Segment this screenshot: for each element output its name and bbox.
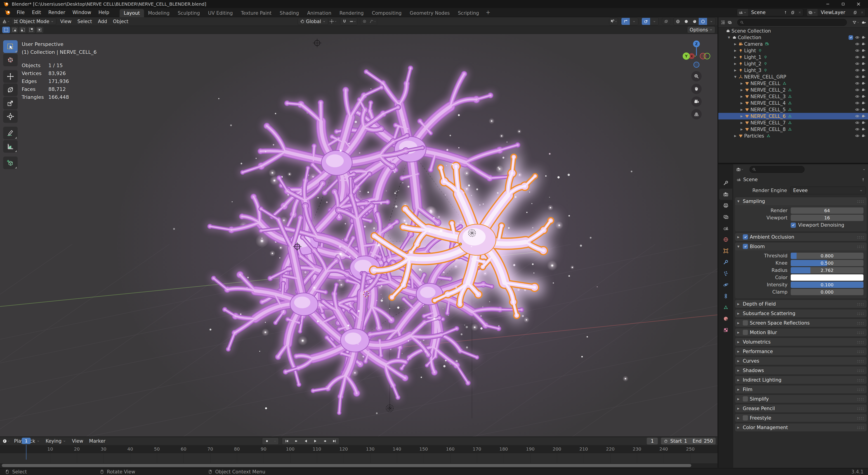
render-engine-dropdown[interactable]: Eevee — [790, 187, 866, 194]
timeline-scrollbar[interactable] — [0, 463, 717, 468]
select-mode-intersect[interactable] — [36, 27, 43, 33]
panel-drag-handle[interactable]: :::: — [857, 396, 864, 401]
expander-icon[interactable]: ▶ — [739, 95, 745, 98]
hide-in-viewport-toggle[interactable] — [854, 107, 860, 112]
panel-header[interactable]: ▶Screen Space Reflections:::: — [735, 319, 867, 327]
properties-tab-output[interactable] — [719, 200, 733, 211]
playhead[interactable]: 1 — [22, 438, 31, 444]
scene-name[interactable]: Scene — [748, 10, 782, 15]
expander-icon[interactable]: ▶ — [733, 49, 738, 52]
panel-checkbox[interactable] — [743, 330, 748, 335]
disable-in-renders-toggle[interactable] — [860, 75, 867, 79]
hide-in-viewport-toggle[interactable] — [854, 61, 860, 66]
panel-drag-handle[interactable]: :::: — [857, 378, 864, 382]
workspace-tab-shading[interactable]: Shading — [276, 9, 303, 17]
panel-drag-handle[interactable]: :::: — [857, 425, 864, 430]
timeline-ruler[interactable]: 1020304050607080901001101201301401501601… — [0, 445, 717, 453]
camera-view-button[interactable] — [691, 96, 702, 107]
shading-material-button[interactable] — [690, 18, 699, 25]
panel-drag-handle[interactable]: :::: — [857, 244, 864, 249]
options-dropdown[interactable]: Options — [687, 26, 715, 33]
outliner-row[interactable]: ▶NERVE_CELL_2 — [718, 87, 868, 93]
panel-header[interactable]: ▶Grease Pencil:::: — [735, 405, 867, 412]
viewport-3d[interactable]: User Perspective (1) Collection | NERVE_… — [0, 34, 717, 437]
expander-icon[interactable]: ▼ — [726, 36, 732, 39]
play-button[interactable] — [311, 438, 320, 444]
panel-drag-handle[interactable]: :::: — [857, 311, 864, 316]
disable-in-renders-toggle[interactable] — [860, 127, 867, 131]
outliner-row[interactable]: ▶NERVE_CELL_4 — [718, 100, 868, 106]
properties-tab-data[interactable] — [719, 302, 733, 313]
properties-tab-object[interactable] — [719, 245, 733, 257]
xray-toggle[interactable] — [662, 18, 670, 25]
disable-in-renders-toggle[interactable] — [860, 133, 867, 138]
filter-icon[interactable] — [852, 20, 860, 25]
outliner-row[interactable]: ▶NERVE_CELL_5 — [718, 106, 868, 113]
timeline-scrollbar-thumb[interactable] — [2, 464, 691, 467]
jump-to-end-button[interactable] — [330, 438, 339, 444]
minimize-button[interactable] — [822, 1, 834, 7]
panel-drag-handle[interactable]: :::: — [857, 406, 864, 411]
panel-drag-handle[interactable]: :::: — [857, 339, 864, 344]
overlays-dropdown[interactable] — [650, 18, 658, 25]
expander-icon[interactable]: ▶ — [733, 55, 738, 59]
expander-icon[interactable]: ▶ — [733, 68, 738, 72]
outliner-row[interactable]: ▼NERVE_CELL_GRP — [718, 73, 868, 80]
new-viewlayer-icon[interactable] — [851, 9, 859, 16]
panel-drag-handle[interactable]: :::: — [857, 199, 864, 204]
viewport-menu-object[interactable]: Object — [110, 18, 131, 25]
disable-in-renders-toggle[interactable] — [860, 41, 867, 47]
new-collection-button[interactable] — [861, 20, 866, 25]
hide-in-viewport-toggle[interactable] — [854, 114, 860, 119]
panel-checkbox[interactable] — [743, 320, 748, 326]
outliner-row[interactable]: ▼Collection — [718, 34, 868, 41]
panel-checkbox[interactable] — [743, 396, 748, 402]
play-reverse-button[interactable] — [301, 438, 311, 444]
tool-cursor[interactable] — [3, 54, 18, 66]
hide-in-viewport-toggle[interactable] — [854, 68, 860, 72]
new-scene-icon[interactable] — [789, 9, 796, 16]
pin-icon[interactable] — [861, 178, 865, 182]
panel-drag-handle[interactable]: :::: — [857, 349, 864, 354]
maximize-button[interactable] — [837, 1, 849, 7]
panel-checkbox[interactable] — [743, 234, 748, 240]
expander-icon[interactable]: ▶ — [733, 134, 738, 138]
properties-tab-physics[interactable] — [719, 279, 733, 291]
expander-icon[interactable]: ▶ — [739, 115, 745, 118]
panel-checkbox[interactable] — [743, 244, 748, 249]
snap-toggle[interactable] — [340, 18, 349, 25]
expander-icon[interactable]: ▶ — [739, 82, 745, 85]
outliner-row[interactable]: ▶NERVE_CELL — [718, 80, 868, 87]
disable-in-renders-toggle[interactable] — [860, 107, 867, 112]
outliner-editor-icon[interactable] — [721, 20, 725, 25]
hide-in-viewport-toggle[interactable] — [854, 101, 860, 106]
panel-checkbox[interactable] — [743, 415, 748, 420]
panel-header[interactable]: ▶Curves:::: — [735, 357, 867, 365]
properties-tab-modifiers[interactable] — [719, 257, 733, 268]
shading-dropdown[interactable] — [707, 18, 715, 25]
workspace-tab-modeling[interactable]: Modeling — [144, 9, 174, 17]
viewlayer-selector[interactable]: ViewLayer — [807, 8, 866, 16]
panel-header[interactable]: ▼Bloom:::: — [735, 242, 867, 250]
panel-header[interactable]: ▼Sampling:::: — [735, 197, 867, 205]
hide-in-viewport-toggle[interactable] — [854, 41, 860, 47]
collection-checkbox[interactable] — [848, 35, 854, 40]
topbar-menu-render[interactable]: Render — [45, 9, 69, 16]
proportional-editing-toggle[interactable] — [360, 18, 369, 25]
slider-field[interactable]: 0.000 — [791, 289, 864, 295]
proportional-falloff-dropdown[interactable] — [369, 18, 377, 25]
timeline-menu-view[interactable]: View — [69, 438, 86, 444]
tool-add-cube[interactable] — [3, 156, 18, 169]
panel-header[interactable]: ▶Performance:::: — [735, 348, 867, 355]
shading-rendered-button[interactable] — [699, 18, 707, 25]
tool-move[interactable] — [3, 70, 18, 83]
timeline-menu-keying[interactable]: Keying — [43, 438, 69, 444]
outliner-row[interactable]: ▶NERVE_CELL_8 — [718, 126, 868, 132]
disable-in-renders-toggle[interactable] — [860, 81, 867, 86]
frame-range-fields[interactable]: Start1 End250 — [661, 438, 716, 444]
expander-icon[interactable]: ▶ — [739, 108, 745, 111]
select-mode-new[interactable] — [2, 27, 10, 33]
outliner-row[interactable]: ▶Camera — [718, 41, 868, 47]
panel-drag-handle[interactable]: :::: — [857, 235, 864, 239]
expander-icon[interactable]: ▶ — [739, 101, 745, 105]
